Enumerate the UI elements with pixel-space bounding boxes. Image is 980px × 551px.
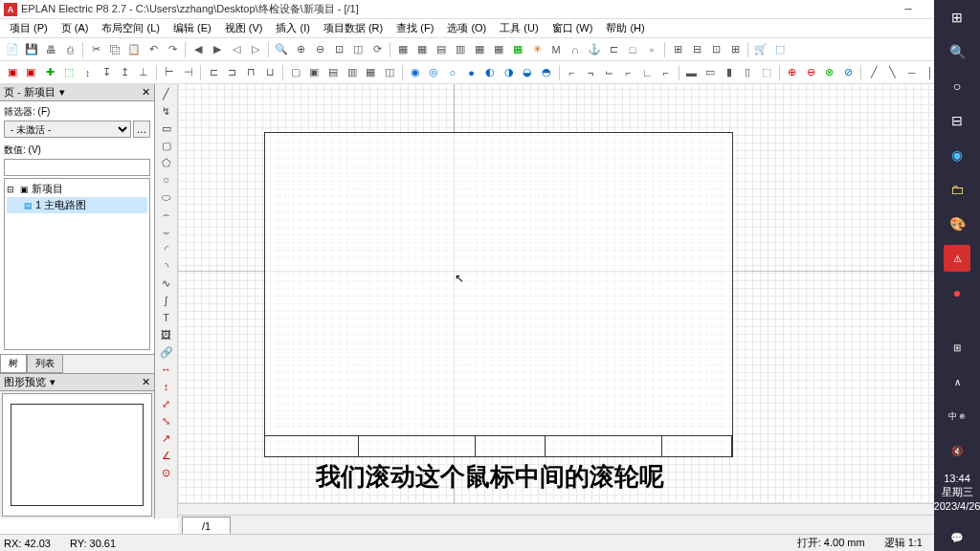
term3-icon[interactable]: ▮: [721, 64, 738, 81]
menu-project[interactable]: 项目 (P): [4, 19, 54, 37]
box6-icon[interactable]: ◫: [381, 64, 398, 81]
box5-icon[interactable]: ▦: [362, 64, 379, 81]
relay-icon[interactable]: ⊏: [605, 41, 622, 58]
image-tool-icon[interactable]: 🖼: [158, 327, 175, 342]
cut-icon[interactable]: ✂: [87, 41, 104, 58]
term5-icon[interactable]: ⬚: [758, 64, 775, 81]
dim5-tool-icon[interactable]: ↗: [158, 430, 175, 446]
grid6-icon[interactable]: ▦: [490, 41, 507, 58]
comp6-icon[interactable]: ↧: [98, 64, 115, 81]
undo-icon[interactable]: ↶: [145, 41, 162, 58]
snap-icon[interactable]: ▦: [509, 41, 526, 58]
menu-projectdata[interactable]: 项目数据 (R): [318, 19, 389, 37]
term1-icon[interactable]: ▬: [683, 64, 701, 81]
tab-tree[interactable]: 树: [0, 355, 27, 373]
link-tool-icon[interactable]: 🔗: [158, 344, 175, 360]
box1-icon[interactable]: ▢: [287, 64, 304, 81]
rect2-tool-icon[interactable]: ▢: [158, 138, 175, 153]
term2-icon[interactable]: ▭: [702, 64, 719, 81]
nav-fwd-icon[interactable]: ▶: [209, 41, 226, 58]
conn2-icon[interactable]: ◎: [425, 64, 442, 81]
magnet-icon[interactable]: ∩: [567, 41, 584, 58]
zoom-fit-icon[interactable]: ⊡: [330, 41, 347, 58]
conn3-icon[interactable]: ○: [444, 64, 461, 81]
edge-icon[interactable]: ◉: [944, 142, 970, 168]
dim3-tool-icon[interactable]: ⤢: [158, 396, 175, 411]
dim2-tool-icon[interactable]: ↕: [158, 379, 175, 394]
conn5-icon[interactable]: ◐: [481, 64, 499, 81]
menu-window[interactable]: 窗口 (W): [546, 19, 599, 37]
refresh-icon[interactable]: ⟳: [368, 41, 386, 58]
conn6-icon[interactable]: ◑: [501, 64, 518, 81]
panel-dropdown-icon[interactable]: ▾: [59, 86, 65, 99]
anchor-icon[interactable]: ⚓: [586, 41, 603, 58]
layout2-icon[interactable]: ⊟: [688, 41, 705, 58]
menu-page[interactable]: 页 (A): [56, 19, 95, 37]
taskbar-clock[interactable]: 13:44 星期三 2023/4/26: [934, 472, 980, 513]
tray-grid-icon[interactable]: ⊞: [944, 334, 970, 361]
cart-icon[interactable]: 🛒: [752, 41, 769, 58]
wire1-icon[interactable]: ⌐: [564, 64, 581, 81]
search-icon[interactable]: 🔍: [944, 38, 970, 65]
zoom-out-icon[interactable]: ⊖: [311, 41, 328, 58]
line-tool-icon[interactable]: ╱: [158, 86, 175, 101]
grid4-icon[interactable]: ▥: [452, 41, 469, 58]
polygon-tool-icon[interactable]: ⬠: [158, 155, 175, 170]
arc3-tool-icon[interactable]: ◜: [158, 241, 175, 256]
print-preview-icon[interactable]: 🖶: [42, 41, 59, 58]
tree-root[interactable]: ⊟ ▣ 新项目: [7, 181, 147, 197]
menu-find[interactable]: 查找 (F): [390, 19, 439, 37]
line2-icon[interactable]: ╲: [884, 64, 902, 81]
menu-insert[interactable]: 插入 (I): [270, 19, 315, 37]
symbol6-icon[interactable]: ⊔: [261, 64, 278, 81]
el4-icon[interactable]: ⊘: [840, 64, 858, 81]
el2-icon[interactable]: ⊖: [803, 64, 820, 81]
grid-icon[interactable]: ▦: [394, 41, 412, 58]
tray-vol-icon[interactable]: 🔇: [944, 437, 970, 464]
conn8-icon[interactable]: ◓: [538, 64, 555, 81]
panel-close-icon[interactable]: ✕: [142, 86, 150, 99]
paste-icon[interactable]: 📋: [125, 41, 143, 58]
comp3-icon[interactable]: ✚: [41, 64, 58, 81]
zoom-icon[interactable]: 🔍: [273, 41, 290, 58]
menu-options[interactable]: 选项 (O): [441, 19, 492, 37]
zoom-window-icon[interactable]: ◫: [349, 41, 367, 58]
device-icon[interactable]: □: [624, 41, 641, 58]
explorer-icon[interactable]: 🗀: [944, 176, 970, 203]
layout1-icon[interactable]: ⊞: [669, 41, 686, 58]
save-icon[interactable]: 💾: [23, 41, 40, 58]
menu-layout[interactable]: 布局空间 (L): [96, 19, 166, 37]
tree-child[interactable]: ▤ 1 主电路图: [7, 197, 147, 213]
symbol3-icon[interactable]: ⊏: [205, 64, 222, 81]
arc4-tool-icon[interactable]: ◝: [158, 258, 175, 274]
redo-icon[interactable]: ↷: [164, 41, 181, 58]
circle-tool-icon[interactable]: ○: [158, 172, 175, 187]
symbol4-icon[interactable]: ⊐: [224, 64, 241, 81]
preview-close-icon[interactable]: ✕: [142, 376, 150, 388]
filter-options-button[interactable]: …: [133, 121, 150, 138]
comp1-icon[interactable]: ▣: [4, 64, 21, 81]
ellipse-tool-icon[interactable]: ⬭: [158, 189, 175, 205]
wire3-icon[interactable]: ⌙: [601, 64, 618, 81]
menu-help[interactable]: 帮助 (H): [600, 19, 650, 37]
layout3-icon[interactable]: ⊡: [707, 41, 724, 58]
tray-up-icon[interactable]: ∧: [944, 368, 970, 395]
conn4-icon[interactable]: ●: [463, 64, 480, 81]
value-input[interactable]: [4, 159, 150, 176]
tray-ime-icon[interactable]: 中 ⊕: [944, 403, 970, 430]
symbol1-icon[interactable]: ⊢: [161, 64, 178, 81]
dim7-tool-icon[interactable]: ⊙: [158, 465, 175, 480]
tab-list[interactable]: 列表: [27, 355, 63, 373]
line3-icon[interactable]: ─: [903, 64, 921, 81]
macro-icon[interactable]: M: [547, 41, 565, 58]
line1-icon[interactable]: ╱: [865, 64, 882, 81]
comp7-icon[interactable]: ↥: [117, 64, 134, 81]
spline2-tool-icon[interactable]: ∫: [158, 293, 175, 308]
grid5-icon[interactable]: ▦: [471, 41, 488, 58]
start-icon[interactable]: ⊞: [944, 4, 970, 31]
arc-tool-icon[interactable]: ⌢: [158, 207, 175, 222]
el1-icon[interactable]: ⊕: [784, 64, 801, 81]
grid2-icon[interactable]: ▦: [413, 41, 431, 58]
page-next-icon[interactable]: ▷: [247, 41, 264, 58]
page-prev-icon[interactable]: ◁: [228, 41, 245, 58]
